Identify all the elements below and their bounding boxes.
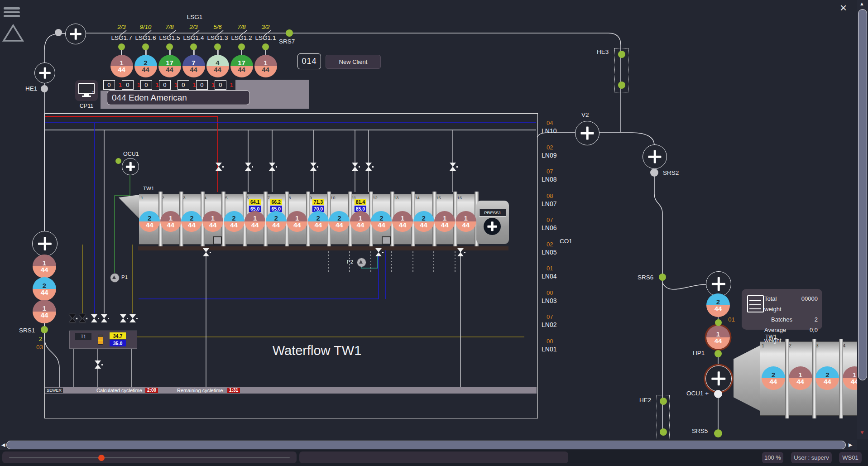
counter-cell[interactable]: 0 1	[177, 80, 196, 90]
batch-circle[interactable]: 1 44	[160, 211, 181, 232]
batch-circle[interactable]: 1 44	[33, 255, 56, 278]
tank-segment[interactable]: 9 71.3 70.0 2 44	[308, 194, 329, 244]
valve-icon[interactable]	[310, 163, 317, 171]
batch-circle[interactable]: 2 44	[139, 211, 160, 232]
ln-item[interactable]: 07 LN06	[541, 214, 556, 238]
batch-circle[interactable]: 2 44	[224, 211, 245, 232]
tank-segment[interactable]: 7 66.2 65.0 2 44	[265, 194, 287, 244]
tank-segment[interactable]: 10 2 44	[329, 194, 350, 244]
batch-circle[interactable]: 1 44	[245, 211, 265, 232]
tank-segment[interactable]: 8 1 44	[287, 194, 308, 244]
lsg-unit[interactable]: 3/2 LSG1.1 1 44	[254, 24, 278, 77]
batch-circle[interactable]: 1 44	[392, 211, 413, 232]
tank-segment[interactable]: 3 2 44	[181, 194, 202, 244]
tank-segment[interactable]: 14 2 44	[413, 194, 434, 244]
srs2-plus[interactable]	[643, 144, 667, 169]
batch-circle[interactable]: 1 44	[202, 211, 223, 232]
batch-circle[interactable]: 4 44	[206, 55, 229, 77]
ln-item[interactable]: 07 LN02	[541, 311, 556, 335]
counter-cell[interactable]: 0 1	[215, 80, 233, 90]
pump-p2-icon[interactable]	[357, 258, 366, 267]
valve-icon[interactable]	[95, 360, 101, 369]
counter-cell[interactable]: 0 1	[103, 80, 122, 90]
tank-segment[interactable]: 16 1 44	[455, 194, 476, 244]
valve-icon[interactable]	[69, 314, 76, 322]
he3-unit[interactable]	[614, 48, 628, 92]
batch-circle[interactable]: 1 44	[33, 300, 56, 323]
valve-icon[interactable]	[216, 163, 222, 171]
batch-circle[interactable]: 1 44	[287, 211, 307, 232]
lsg-unit[interactable]: 2/3 LSG1.4 7 44	[182, 24, 206, 77]
cp11-monitor-icon[interactable]: +	[75, 80, 98, 101]
client-name-input[interactable]	[107, 90, 250, 105]
batch-circle[interactable]: 1 44	[350, 211, 371, 232]
valve-icon[interactable]	[203, 248, 209, 256]
right-junction-plus[interactable]	[706, 271, 731, 297]
ln-item[interactable]: 01 LN04	[541, 262, 556, 287]
ln-item[interactable]: 00 LN03	[541, 287, 556, 311]
valve-icon[interactable]	[245, 163, 251, 171]
pump-p1-icon[interactable]	[110, 273, 120, 283]
tank-segment[interactable]: 2 1 44	[787, 342, 814, 415]
tank-segment[interactable]: 3 2 44	[814, 342, 841, 415]
batch-circle[interactable]: 1 44	[254, 55, 277, 77]
counter-cell[interactable]: 0 1	[140, 80, 159, 90]
batch-circle[interactable]: 17 44	[158, 55, 181, 77]
ocu1-plus[interactable]	[122, 158, 139, 175]
ln-item[interactable]: 07 LN08	[541, 165, 556, 190]
new-client-button[interactable]: New Client	[326, 55, 381, 69]
valve-icon[interactable]	[101, 314, 107, 322]
press1-plus[interactable]	[484, 218, 501, 235]
tank-segment[interactable]: 1 2 44	[760, 342, 787, 415]
batch-circle[interactable]: 2 44	[329, 211, 350, 232]
vertical-scroll-thumb[interactable]	[858, 9, 867, 380]
zoom-level[interactable]: 100 %	[762, 452, 783, 463]
secondary-tray[interactable]	[299, 452, 568, 463]
batch-circle[interactable]: 2 44	[134, 55, 157, 77]
left-junction-plus[interactable]	[32, 231, 58, 256]
valve-icon[interactable]	[457, 248, 464, 256]
tank-segment[interactable]: 13 1 44	[392, 194, 413, 244]
lsg-unit[interactable]: 7/8 LSG1.2 17 44	[230, 24, 254, 77]
ln-item[interactable]: 02 LN09	[541, 141, 556, 166]
valve-icon[interactable]	[450, 163, 456, 171]
timeline-slider[interactable]	[2, 452, 297, 463]
ln-item[interactable]: 00 LN01	[541, 335, 556, 360]
batch-circle[interactable]: 1 44	[434, 211, 455, 232]
batch-circle[interactable]: 2 44	[413, 211, 434, 232]
valve-icon[interactable]	[129, 314, 136, 322]
batch-circle[interactable]: 2 44	[371, 211, 392, 232]
v2-plus[interactable]	[575, 121, 599, 145]
valve-icon[interactable]	[120, 314, 126, 322]
counter-cell[interactable]: 0 1	[159, 80, 177, 90]
valve-icon[interactable]	[91, 314, 97, 322]
he1-plus[interactable]	[34, 62, 55, 83]
tank-segment[interactable]: 2 1 44	[160, 194, 182, 244]
lsg-unit[interactable]: 2/3 LSG1.7 1 44	[110, 24, 134, 77]
tank-segment[interactable]: 15 1 44	[434, 194, 456, 244]
ln-item[interactable]: 02 LN05	[541, 238, 556, 263]
ocu1-right-plus[interactable]	[705, 365, 732, 392]
valve-icon[interactable]	[269, 163, 275, 171]
valve-icon[interactable]	[79, 314, 86, 322]
scroll-left-icon[interactable]: ◀	[1, 442, 5, 448]
batch-circle[interactable]: 2 44	[181, 211, 202, 232]
tank-segment[interactable]: 11 81.4 85.0 1 44	[350, 194, 371, 244]
scroll-down-icon[interactable]: ▼	[859, 429, 865, 436]
junction-plus-top[interactable]	[65, 24, 86, 44]
triangle-icon[interactable]	[2, 23, 24, 43]
batch-circle[interactable]: 17 44	[230, 55, 253, 77]
user-badge[interactable]: User : superv	[791, 452, 832, 463]
batch-circle[interactable]: 2 44	[815, 366, 839, 390]
horizontal-scrollbar[interactable]: ◀ ▶	[0, 440, 857, 450]
slider-handle[interactable]	[98, 455, 105, 461]
batch-circle[interactable]: 2 44	[308, 211, 329, 232]
workstation-badge[interactable]: WS01	[839, 452, 862, 463]
close-icon[interactable]: ×	[840, 1, 847, 15]
tank-segment[interactable]: 1 2 44	[139, 194, 160, 244]
scroll-right-icon[interactable]: ▶	[849, 442, 852, 448]
valve-icon[interactable]	[375, 248, 382, 256]
tank-segment[interactable]: 6 64.1 65.0 1 44	[245, 194, 266, 244]
batch-circle[interactable]: 2 44	[33, 277, 56, 301]
ln-item[interactable]: 04 LN10	[541, 117, 556, 141]
